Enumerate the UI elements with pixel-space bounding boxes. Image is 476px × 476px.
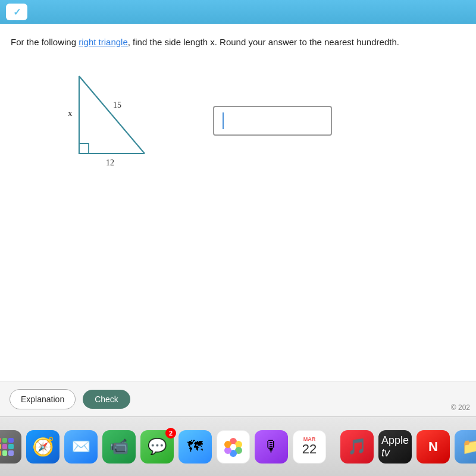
dock-photos[interactable] — [217, 430, 250, 464]
copyright-text: © 202 — [451, 403, 470, 412]
dock-appletv[interactable]: Appletv — [378, 430, 412, 464]
label-15: 15 — [113, 101, 121, 109]
text-cursor — [223, 112, 224, 129]
messages-badge: 2 — [165, 428, 176, 439]
dock-launchpad[interactable] — [0, 430, 21, 464]
triangle-diagram: x 15 12 — [46, 67, 165, 174]
main-content: For the following right triangle, find t… — [0, 24, 476, 381]
dock-music[interactable]: 🎵 — [340, 430, 374, 464]
check-button-main[interactable]: Check — [83, 390, 130, 409]
dock-mail[interactable]: ✉️ — [64, 430, 98, 464]
dock-messages[interactable]: 💬 2 — [140, 430, 174, 464]
calendar-day: 22 — [302, 442, 317, 456]
dock-maps[interactable]: 🗺 — [178, 430, 212, 464]
svg-point-7 — [230, 444, 236, 450]
dock-podcasts[interactable]: 🎙 — [255, 430, 288, 464]
problem-text-before-link: For the following — [11, 37, 79, 47]
dock-news[interactable]: N — [416, 430, 450, 464]
exercise-area: x 15 12 — [11, 67, 465, 174]
triangle-svg: x 15 12 — [46, 67, 165, 174]
check-button[interactable] — [6, 4, 27, 20]
explanation-button[interactable]: Explanation — [10, 389, 76, 409]
dock-calendar[interactable]: MAR 22 — [293, 430, 326, 464]
macos-dock: 🧭 ✉️ 📹 💬 2 🗺 🎙 MAR 22 — [0, 416, 476, 476]
dock-facetime[interactable]: 📹 — [102, 430, 136, 464]
top-bar — [0, 0, 476, 24]
answer-input-box[interactable] — [213, 106, 332, 136]
dock-finder[interactable]: 📁 — [455, 430, 476, 464]
problem-text: For the following right triangle, find t… — [11, 36, 465, 49]
bottom-toolbar: Explanation Check — [0, 381, 476, 416]
problem-text-after-link: , find the side length x. Round your ans… — [128, 37, 399, 47]
label-12: 12 — [106, 158, 114, 167]
right-triangle-link[interactable]: right triangle — [79, 37, 128, 47]
svg-line-0 — [79, 76, 145, 154]
label-x: x — [68, 108, 73, 118]
dock-safari[interactable]: 🧭 — [26, 430, 60, 464]
